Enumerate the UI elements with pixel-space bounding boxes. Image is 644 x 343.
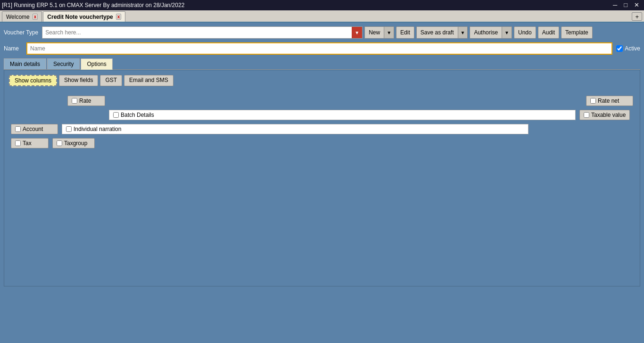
active-checkbox-container: Active — [616, 45, 640, 52]
save-as-draft-button[interactable]: Save as draft — [416, 26, 458, 39]
rate-net-col: Rate net — [539, 96, 633, 106]
new-button-split: New ▼ — [364, 26, 394, 39]
individual-narration-checkbox[interactable] — [66, 126, 72, 132]
sub-tab-gst[interactable]: GST — [100, 75, 122, 86]
new-button[interactable]: New — [364, 26, 384, 39]
template-button[interactable]: Template — [561, 26, 593, 39]
sub-tab-email-sms[interactable]: Email and SMS — [124, 75, 173, 86]
tab-security[interactable]: Security — [47, 58, 80, 69]
tab-credit-note[interactable]: Credit Note vouchertype x — [43, 11, 125, 22]
account-checkbox[interactable] — [15, 126, 21, 132]
minimize-button[interactable]: ─ — [610, 0, 620, 10]
close-tab-credit-note[interactable]: x — [116, 14, 122, 20]
close-tab-welcome[interactable]: x — [33, 14, 38, 20]
tab-main-details[interactable]: Main details — [4, 58, 46, 69]
taxable-value-checkbox[interactable] — [584, 112, 589, 118]
row-account: Account Individual narration — [11, 124, 633, 134]
rate-net-checkbox[interactable] — [590, 98, 596, 104]
rate-col: Rate — [11, 96, 105, 106]
rate-checkbox-btn[interactable]: Rate — [67, 96, 105, 106]
main-area: Voucher Type ▼ New ▼ Edit Save as draft … — [0, 23, 644, 290]
new-button-arrow[interactable]: ▼ — [384, 26, 394, 39]
taxgroup-checkbox-btn[interactable]: Taxgroup — [52, 138, 95, 148]
voucher-type-label: Voucher Type — [4, 29, 38, 36]
search-input[interactable] — [42, 28, 352, 37]
individual-narration-checkbox-btn[interactable]: Individual narration — [62, 124, 528, 134]
tab-options[interactable]: Options — [81, 58, 112, 70]
save-as-draft-split: Save as draft ▼ — [416, 26, 468, 39]
taxable-value-checkbox-btn[interactable]: Taxable value — [579, 110, 630, 120]
toolbar: Voucher Type ▼ New ▼ Edit Save as draft … — [4, 26, 640, 39]
active-label: Active — [625, 45, 640, 52]
tab-bar: Welcome x Credit Note vouchertype x + — [0, 10, 644, 23]
authorise-button[interactable]: Authorise — [470, 26, 502, 39]
sub-tab-show-columns[interactable]: Show columns — [9, 75, 57, 86]
tax-checkbox[interactable] — [15, 140, 21, 146]
active-checkbox[interactable] — [616, 45, 623, 52]
batch-details-checkbox-btn[interactable]: Batch Details — [109, 110, 576, 120]
name-row: Name Active — [4, 42, 640, 55]
content-panel: Show columns Show fields GST Email and S… — [4, 70, 640, 286]
title-bar-controls: ─ □ ✕ — [610, 0, 642, 10]
close-button[interactable]: ✕ — [631, 0, 642, 10]
voucher-type-search: ▼ — [42, 26, 363, 39]
add-tab-button[interactable]: + — [632, 12, 642, 21]
batch-details-checkbox[interactable] — [113, 112, 119, 118]
authorise-arrow[interactable]: ▼ — [502, 26, 512, 39]
dropdown-arrow[interactable]: ▼ — [352, 27, 362, 38]
row-tax: Tax Taxgroup — [11, 138, 633, 148]
name-label: Name — [4, 45, 23, 52]
form-tabs: Main details Security Options — [4, 58, 640, 70]
edit-button[interactable]: Edit — [396, 26, 414, 39]
tax-checkbox-btn[interactable]: Tax — [11, 138, 49, 148]
taxgroup-checkbox[interactable] — [57, 140, 62, 146]
authorise-split: Authorise ▼ — [470, 26, 512, 39]
row-batch: Batch Details Taxable value — [11, 110, 633, 120]
maximize-button[interactable]: □ — [621, 0, 630, 10]
undo-button[interactable]: Undo — [514, 26, 536, 39]
rate-checkbox[interactable] — [72, 98, 77, 104]
rate-net-checkbox-btn[interactable]: Rate net — [586, 96, 633, 106]
save-as-draft-arrow[interactable]: ▼ — [458, 26, 468, 39]
title-bar: [R1] Running ERP 5.1 on CMAX Server By a… — [0, 0, 644, 10]
sub-tabs: Show columns Show fields GST Email and S… — [9, 75, 635, 86]
account-checkbox-btn[interactable]: Account — [11, 124, 58, 134]
audit-button[interactable]: Audit — [538, 26, 559, 39]
sub-tab-show-fields[interactable]: Show fields — [59, 75, 98, 86]
tab-welcome[interactable]: Welcome x — [2, 11, 42, 22]
options-content: Rate Rate net Batch Details — [9, 94, 635, 150]
title-text: [R1] Running ERP 5.1 on CMAX Server By a… — [2, 2, 184, 8]
row-rate: Rate Rate net — [11, 96, 633, 106]
name-input[interactable] — [26, 42, 612, 55]
